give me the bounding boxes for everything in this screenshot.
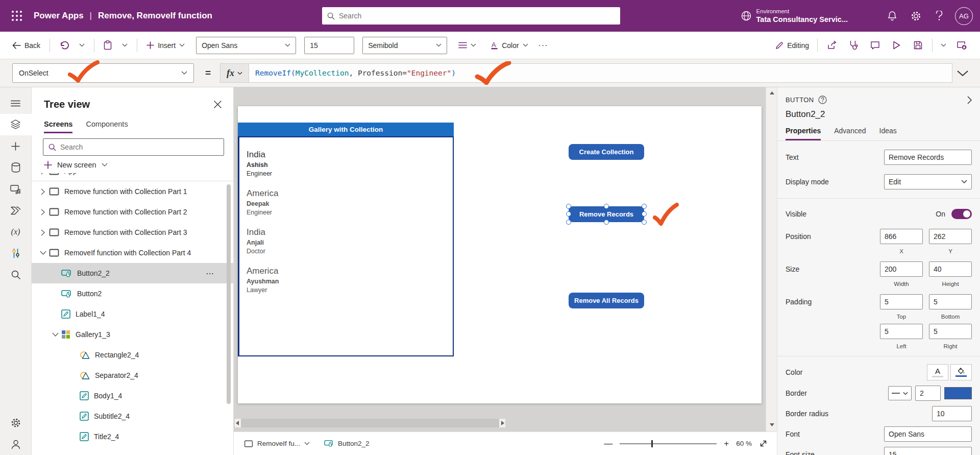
screen-selector-dropdown[interactable]: RemoveIf fu... xyxy=(239,437,315,450)
border-radius-input[interactable] xyxy=(932,406,972,421)
avatar[interactable]: AG xyxy=(955,7,973,25)
rail-author-profile-icon[interactable] xyxy=(0,434,32,455)
zoom-slider-thumb[interactable] xyxy=(651,440,653,447)
comments-icon[interactable] xyxy=(865,36,885,55)
tree-screen-row-2[interactable]: Remove function with Collection Part 2 xyxy=(32,202,233,222)
tab-screens[interactable]: Screens xyxy=(44,120,72,133)
padding-bottom-input[interactable] xyxy=(929,294,972,309)
waffle-menu-icon[interactable] xyxy=(7,6,27,26)
gallery-item[interactable]: America Deepak Engineer xyxy=(247,188,453,216)
create-collection-button[interactable]: Create Collection xyxy=(569,144,644,160)
tree-item-subtitle2-4[interactable]: Subtitle2_4 xyxy=(32,406,233,426)
formula-bar-expand-chevron[interactable] xyxy=(952,70,973,77)
size-height-input[interactable] xyxy=(929,261,972,277)
tree-search-box[interactable] xyxy=(43,138,224,156)
font-size-input[interactable] xyxy=(304,37,354,54)
scroll-up-icon[interactable] xyxy=(766,90,777,95)
notifications-bell-icon[interactable] xyxy=(880,4,904,28)
remove-all-records-button[interactable]: Remove All Records xyxy=(569,293,644,308)
scrollbar-thumb[interactable] xyxy=(241,419,499,427)
text-align-button[interactable] xyxy=(454,39,480,52)
gallery-item[interactable]: India Ashish Engineer xyxy=(247,150,453,177)
padding-left-input[interactable] xyxy=(880,324,923,339)
remove-records-button[interactable]: Remove Records xyxy=(569,206,644,222)
selection-handle[interactable] xyxy=(566,211,571,217)
rail-tree-view-icon[interactable] xyxy=(0,114,32,135)
app-artboard[interactable]: Gallery with Collection India Ashish Eng… xyxy=(238,106,762,403)
tab-properties[interactable]: Properties xyxy=(786,127,821,140)
font-size-property-input[interactable] xyxy=(884,447,972,455)
more-options-icon[interactable]: ⋯ xyxy=(206,269,215,278)
selection-handle[interactable] xyxy=(566,204,571,209)
gallery-item[interactable]: India Anjali Doctor xyxy=(247,227,453,255)
selection-handle[interactable] xyxy=(566,220,571,225)
chevron-right-icon[interactable] xyxy=(38,209,48,215)
tree-screen-row-4[interactable]: RemoveIf function with Collection Part 4 xyxy=(32,243,233,263)
visible-toggle[interactable] xyxy=(951,209,972,219)
rail-settings-gear-icon[interactable] xyxy=(0,412,32,434)
paste-button[interactable] xyxy=(100,37,116,53)
rail-insert-icon[interactable] xyxy=(0,135,32,157)
fill-color-swatch-button[interactable] xyxy=(950,364,972,380)
padding-right-input[interactable] xyxy=(929,324,972,339)
gallery-item[interactable]: America Ayushman Lawyer xyxy=(247,266,453,294)
toolbar-overflow-button[interactable]: ··· xyxy=(534,38,552,53)
play-preview-icon[interactable] xyxy=(886,36,906,55)
canvas-vertical-scrollbar[interactable] xyxy=(766,87,777,432)
selection-handle[interactable] xyxy=(604,204,609,209)
selection-handle[interactable] xyxy=(642,220,647,225)
tree-item-button2-2[interactable]: Button2_2 ⋯ xyxy=(32,263,233,283)
color-button[interactable]: A Color xyxy=(486,38,532,53)
text-property-input[interactable] xyxy=(884,150,972,165)
rail-media-icon[interactable] xyxy=(0,178,32,200)
chevron-right-icon[interactable] xyxy=(38,229,48,236)
rail-advanced-tools-icon[interactable] xyxy=(0,243,32,264)
chevron-down-icon[interactable] xyxy=(38,251,48,255)
environment-selector[interactable]: Environment Tata Consultancy Servic... xyxy=(741,8,848,25)
back-button[interactable]: Back xyxy=(8,38,44,53)
paste-menu-chevron[interactable] xyxy=(118,40,132,50)
padding-top-input[interactable] xyxy=(880,294,923,309)
rail-variables-icon[interactable]: (x) xyxy=(0,221,32,243)
clipped-app-row[interactable]: App xyxy=(32,173,233,181)
formula-input[interactable]: RemoveIf(MyCollection, Profession="Engin… xyxy=(249,63,952,83)
chevron-right-icon[interactable] xyxy=(38,188,48,195)
panel-expand-chevron-icon[interactable] xyxy=(967,96,972,104)
close-icon[interactable] xyxy=(210,97,225,112)
border-style-select[interactable] xyxy=(888,386,912,400)
tab-advanced[interactable]: Advanced xyxy=(834,127,866,140)
help-icon[interactable] xyxy=(927,4,951,28)
scroll-left-icon[interactable] xyxy=(235,420,239,426)
tab-ideas[interactable]: Ideas xyxy=(879,127,897,140)
save-menu-chevron[interactable] xyxy=(937,40,950,50)
property-selector[interactable]: OnSelect xyxy=(12,63,194,83)
font-property-input[interactable] xyxy=(884,426,972,442)
tree-item-rectangle2-4[interactable]: Rectangle2_4 xyxy=(32,345,233,365)
position-y-input[interactable] xyxy=(929,229,972,244)
selection-handle[interactable] xyxy=(604,220,609,225)
zoom-out-button[interactable]: — xyxy=(604,439,612,449)
save-icon[interactable] xyxy=(908,36,928,55)
rail-power-automate-icon[interactable] xyxy=(0,200,32,221)
tree-item-button2[interactable]: Button2 xyxy=(32,283,233,304)
size-width-input[interactable] xyxy=(880,261,923,277)
rail-data-icon[interactable] xyxy=(0,157,32,178)
insert-button[interactable]: Insert xyxy=(142,38,189,53)
settings-gear-icon[interactable] xyxy=(904,4,927,28)
app-checker-icon[interactable] xyxy=(843,36,864,55)
new-screen-button[interactable]: New screen xyxy=(32,156,233,173)
gallery-body[interactable]: India Ashish Engineer America Deepak Eng… xyxy=(238,136,454,356)
position-x-input[interactable] xyxy=(880,229,923,244)
border-color-swatch[interactable] xyxy=(944,387,972,399)
display-mode-select[interactable]: Edit xyxy=(884,174,972,189)
font-family-select[interactable]: Open Sans xyxy=(196,37,296,54)
chevron-down-icon[interactable] xyxy=(50,332,60,337)
selected-control-indicator[interactable]: Button2_2 xyxy=(319,436,375,451)
tree-item-title2-4[interactable]: Title2_4 xyxy=(32,426,233,447)
font-color-swatch-button[interactable]: A xyxy=(927,364,948,380)
global-search[interactable] xyxy=(322,7,620,25)
global-search-input[interactable] xyxy=(339,12,615,20)
fx-dropdown[interactable]: fx xyxy=(220,63,249,83)
undo-button[interactable] xyxy=(55,38,73,53)
scroll-down-icon[interactable] xyxy=(766,423,777,427)
